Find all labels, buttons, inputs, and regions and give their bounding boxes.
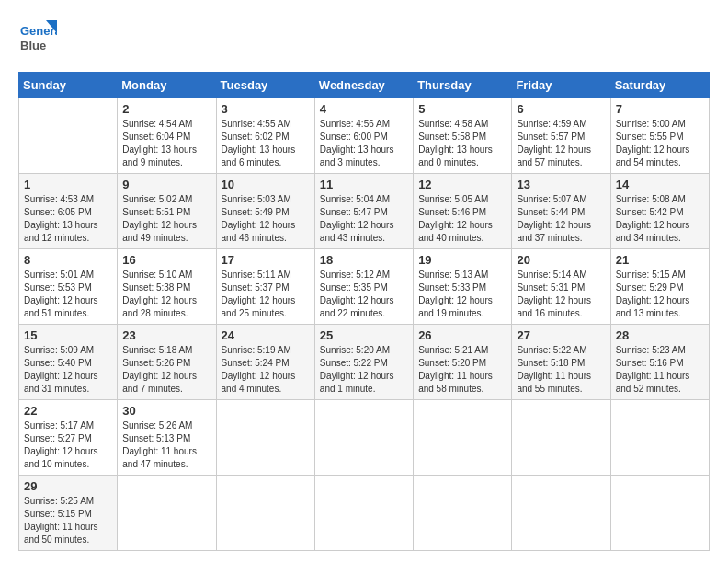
calendar-cell: 4Sunrise: 4:56 AMSunset: 6:00 PMDaylight… [314, 98, 413, 174]
calendar-cell: 22Sunrise: 5:17 AMSunset: 5:27 PMDayligh… [19, 400, 118, 476]
day-info: Sunrise: 5:09 AMSunset: 5:40 PMDaylight:… [24, 344, 112, 396]
day-number: 12 [418, 178, 506, 191]
day-info: Sunrise: 4:55 AMSunset: 6:02 PMDaylight:… [222, 118, 310, 169]
day-number: 30 [122, 404, 210, 418]
day-info: Sunrise: 5:18 AMSunset: 5:26 PMDaylight:… [122, 344, 210, 396]
day-info: Sunrise: 5:07 AMSunset: 5:44 PMDaylight:… [517, 193, 605, 245]
day-info: Sunrise: 5:14 AMSunset: 5:31 PMDaylight:… [517, 269, 605, 320]
day-number: 6 [517, 102, 605, 116]
day-number: 5 [418, 102, 506, 116]
day-info: Sunrise: 5:22 AMSunset: 5:18 PMDaylight:… [517, 344, 605, 396]
calendar-cell [216, 476, 314, 551]
day-number: 16 [122, 253, 210, 267]
calendar-cell: 3Sunrise: 4:55 AMSunset: 6:02 PMDaylight… [216, 98, 314, 174]
day-number: 8 [24, 253, 112, 267]
day-info: Sunrise: 4:56 AMSunset: 6:00 PMDaylight:… [320, 118, 408, 169]
svg-text:Blue: Blue [20, 39, 46, 52]
day-info: Sunrise: 4:53 AMSunset: 6:05 PMDaylight:… [24, 193, 112, 245]
calendar-cell: 16Sunrise: 5:10 AMSunset: 5:38 PMDayligh… [118, 249, 216, 325]
day-number: 18 [320, 253, 408, 267]
day-number: 27 [517, 328, 605, 342]
day-number: 2 [122, 102, 210, 116]
header-thursday: Thursday [414, 73, 512, 98]
day-number: 24 [222, 328, 310, 342]
day-info: Sunrise: 5:20 AMSunset: 5:22 PMDaylight:… [320, 344, 408, 396]
calendar-cell: 27Sunrise: 5:22 AMSunset: 5:18 PMDayligh… [512, 325, 610, 400]
calendar-cell: 15Sunrise: 5:09 AMSunset: 5:40 PMDayligh… [19, 325, 118, 400]
day-info: Sunrise: 5:11 AMSunset: 5:37 PMDaylight:… [222, 269, 310, 320]
day-number: 25 [320, 328, 408, 342]
day-number: 9 [122, 178, 210, 191]
logo-icon: General Blue [18, 18, 57, 57]
calendar-cell: 11Sunrise: 5:04 AMSunset: 5:47 PMDayligh… [314, 174, 413, 249]
page-header: General Blue [18, 18, 710, 57]
calendar-cell [610, 476, 709, 551]
day-info: Sunrise: 5:23 AMSunset: 5:16 PMDaylight:… [616, 344, 704, 396]
calendar-cell: 7Sunrise: 5:00 AMSunset: 5:55 PMDaylight… [610, 98, 709, 174]
calendar-week-row: 1Sunrise: 4:53 AMSunset: 6:05 PMDaylight… [19, 174, 710, 249]
calendar-cell: 2Sunrise: 4:54 AMSunset: 6:04 PMDaylight… [118, 98, 216, 174]
day-number: 19 [418, 253, 506, 267]
day-number: 28 [616, 328, 704, 342]
day-number: 23 [122, 328, 210, 342]
day-number: 1 [24, 178, 112, 191]
calendar-week-row: 22Sunrise: 5:17 AMSunset: 5:27 PMDayligh… [19, 400, 710, 476]
calendar-cell [314, 476, 413, 551]
calendar-week-row: 2Sunrise: 4:54 AMSunset: 6:04 PMDaylight… [19, 98, 710, 174]
calendar-cell: 24Sunrise: 5:19 AMSunset: 5:24 PMDayligh… [216, 325, 314, 400]
day-info: Sunrise: 5:03 AMSunset: 5:49 PMDaylight:… [222, 193, 310, 245]
day-number: 13 [517, 178, 605, 191]
day-number: 26 [418, 328, 506, 342]
calendar-cell: 13Sunrise: 5:07 AMSunset: 5:44 PMDayligh… [512, 174, 610, 249]
day-number: 20 [517, 253, 605, 267]
calendar-cell: 12Sunrise: 5:05 AMSunset: 5:46 PMDayligh… [414, 174, 512, 249]
day-number: 11 [320, 178, 408, 191]
day-info: Sunrise: 5:15 AMSunset: 5:29 PMDaylight:… [616, 269, 704, 320]
calendar-cell: 18Sunrise: 5:12 AMSunset: 5:35 PMDayligh… [314, 249, 413, 325]
header-friday: Friday [512, 73, 610, 98]
day-info: Sunrise: 5:12 AMSunset: 5:35 PMDaylight:… [320, 269, 408, 320]
day-number: 15 [24, 328, 112, 342]
day-info: Sunrise: 5:26 AMSunset: 5:13 PMDaylight:… [122, 419, 210, 471]
header-monday: Monday [118, 73, 216, 98]
day-info: Sunrise: 5:00 AMSunset: 5:55 PMDaylight:… [616, 118, 704, 169]
calendar-cell [118, 476, 216, 551]
day-info: Sunrise: 5:01 AMSunset: 5:53 PMDaylight:… [24, 269, 112, 320]
calendar-cell: 17Sunrise: 5:11 AMSunset: 5:37 PMDayligh… [216, 249, 314, 325]
calendar-cell: 19Sunrise: 5:13 AMSunset: 5:33 PMDayligh… [414, 249, 512, 325]
day-number: 22 [24, 404, 112, 418]
day-info: Sunrise: 5:04 AMSunset: 5:47 PMDaylight:… [320, 193, 408, 245]
day-info: Sunrise: 5:19 AMSunset: 5:24 PMDaylight:… [222, 344, 310, 396]
calendar-cell: 5Sunrise: 4:58 AMSunset: 5:58 PMDaylight… [414, 98, 512, 174]
calendar-cell [512, 476, 610, 551]
calendar-cell: 21Sunrise: 5:15 AMSunset: 5:29 PMDayligh… [610, 249, 709, 325]
calendar-cell [414, 400, 512, 476]
calendar-cell: 25Sunrise: 5:20 AMSunset: 5:22 PMDayligh… [314, 325, 413, 400]
day-info: Sunrise: 5:05 AMSunset: 5:46 PMDaylight:… [418, 193, 506, 245]
day-number: 10 [222, 178, 310, 191]
day-info: Sunrise: 5:21 AMSunset: 5:20 PMDaylight:… [418, 344, 506, 396]
calendar-week-row: 29Sunrise: 5:25 AMSunset: 5:15 PMDayligh… [19, 476, 710, 551]
day-number: 4 [320, 102, 408, 116]
calendar-cell: 20Sunrise: 5:14 AMSunset: 5:31 PMDayligh… [512, 249, 610, 325]
calendar-cell: 10Sunrise: 5:03 AMSunset: 5:49 PMDayligh… [216, 174, 314, 249]
day-number: 29 [24, 479, 112, 493]
calendar-cell: 28Sunrise: 5:23 AMSunset: 5:16 PMDayligh… [610, 325, 709, 400]
calendar-header-row: SundayMondayTuesdayWednesdayThursdayFrid… [19, 73, 710, 98]
header-tuesday: Tuesday [216, 73, 314, 98]
day-info: Sunrise: 4:58 AMSunset: 5:58 PMDaylight:… [418, 118, 506, 169]
day-info: Sunrise: 5:25 AMSunset: 5:15 PMDaylight:… [24, 495, 112, 546]
calendar-cell [512, 400, 610, 476]
day-number: 7 [616, 102, 704, 116]
calendar-table: SundayMondayTuesdayWednesdayThursdayFrid… [18, 72, 710, 551]
day-info: Sunrise: 5:10 AMSunset: 5:38 PMDaylight:… [122, 269, 210, 320]
day-number: 21 [616, 253, 704, 267]
calendar-cell: 23Sunrise: 5:18 AMSunset: 5:26 PMDayligh… [118, 325, 216, 400]
day-info: Sunrise: 5:08 AMSunset: 5:42 PMDaylight:… [616, 193, 704, 245]
calendar-cell [19, 98, 118, 174]
day-number: 17 [222, 253, 310, 267]
calendar-cell: 9Sunrise: 5:02 AMSunset: 5:51 PMDaylight… [118, 174, 216, 249]
day-number: 14 [616, 178, 704, 191]
calendar-week-row: 8Sunrise: 5:01 AMSunset: 5:53 PMDaylight… [19, 249, 710, 325]
day-info: Sunrise: 5:17 AMSunset: 5:27 PMDaylight:… [24, 419, 112, 471]
